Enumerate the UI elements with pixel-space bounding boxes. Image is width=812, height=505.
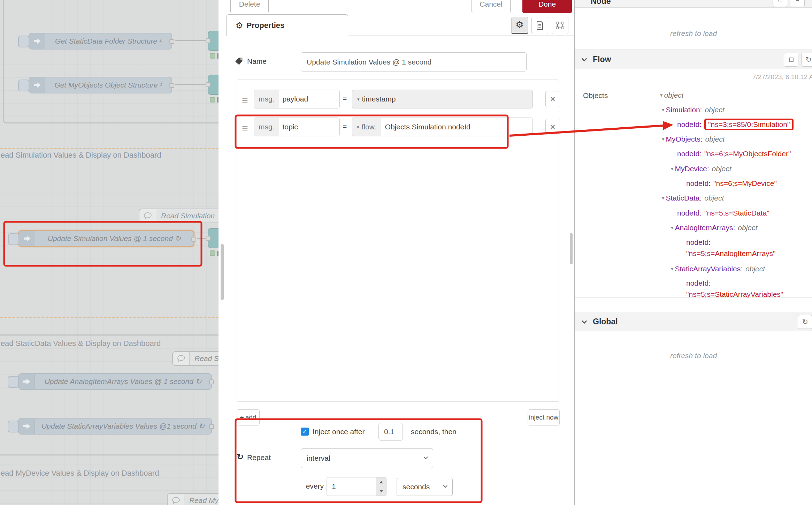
prop-name-input-topic[interactable]: msg. topic xyxy=(254,118,340,136)
inject-trigger-button[interactable] xyxy=(8,421,19,432)
output-port[interactable] xyxy=(209,424,214,429)
interval-unit-select[interactable]: seconds xyxy=(397,478,453,496)
input-port[interactable] xyxy=(206,38,210,43)
tab-properties[interactable]: ⚙ Properties xyxy=(226,14,348,36)
spinner-down-icon[interactable] xyxy=(380,490,383,492)
node-copy-button[interactable] xyxy=(773,0,787,7)
typed-input-flow-context[interactable]: ▾flow. Objects.Simulation.nodeId xyxy=(352,118,533,136)
global-refresh-button[interactable]: ↻ xyxy=(798,315,812,329)
canvas-scrollbar-track[interactable] xyxy=(219,0,226,505)
flow-section-header[interactable]: Flow ↻ xyxy=(575,50,812,69)
expand-triangle-icon[interactable]: ▾ xyxy=(662,107,665,113)
inject-arrow-icon xyxy=(19,374,35,389)
tree-row[interactable]: ▾AnalogItemArrays:object xyxy=(671,223,757,233)
node-refresh-button[interactable]: ↻ xyxy=(790,0,805,7)
node-update-analogitemarrays[interactable]: Update AnalogItemArrays Values @ 1 secon… xyxy=(18,373,212,390)
inject-trigger-button[interactable] xyxy=(8,233,19,245)
canvas-scrollbar-thumb[interactable] xyxy=(221,244,224,300)
comment-bubble-icon xyxy=(173,352,190,365)
comment-read-simulation[interactable]: Read Simulation xyxy=(139,209,230,223)
done-button[interactable]: Done xyxy=(522,0,572,13)
tree-row[interactable]: ▾object xyxy=(660,90,684,100)
delete-button[interactable]: Delete xyxy=(230,0,269,13)
node-description-button[interactable] xyxy=(531,17,548,34)
check-icon: ✓ xyxy=(302,428,307,435)
inject-delay-input[interactable]: 0.1 xyxy=(378,423,403,441)
output-port[interactable] xyxy=(191,237,196,242)
section-divider xyxy=(575,297,812,297)
inject-trigger-button[interactable] xyxy=(18,80,29,91)
prop-name-input-payload[interactable]: msg. payload xyxy=(254,90,340,108)
tree-row[interactable]: ▾Simulation:object xyxy=(662,105,724,115)
remove-row-button[interactable]: × xyxy=(545,91,560,107)
remove-row-button[interactable]: × xyxy=(545,119,560,135)
number-spinner[interactable] xyxy=(376,477,386,496)
node-section-title: Node xyxy=(591,0,611,6)
comment-bubble-icon xyxy=(139,209,156,223)
dialog-scrollbar-thumb[interactable] xyxy=(570,233,573,264)
add-row-button[interactable]: +add xyxy=(237,409,260,425)
node-get-staticdata-structure[interactable]: Get StaticData Folder Structure ¹ xyxy=(29,33,172,50)
tree-row[interactable]: ▾MyDevice:object xyxy=(671,164,731,174)
input-port[interactable] xyxy=(206,236,210,241)
inject-once-checkbox[interactable]: ✓ xyxy=(301,428,309,436)
node-get-myobjects-structure[interactable]: Get MyObjects Object Structure ¹ xyxy=(29,77,172,93)
tree-row[interactable]: ▾StaticData:object xyxy=(662,193,724,203)
tree-row[interactable]: ▾StaticArrayVariables:object xyxy=(671,264,765,274)
node-context-placeholder: refresh to load xyxy=(575,29,812,38)
cancel-button[interactable]: Cancel xyxy=(472,0,511,13)
msg-prefix: msg. xyxy=(254,118,279,136)
input-port[interactable] xyxy=(206,82,210,87)
equals-sign: = xyxy=(343,122,347,131)
output-port[interactable] xyxy=(169,83,174,88)
node-update-simulation[interactable]: Update Simulation Values @ 1 second ↻ xyxy=(18,230,194,247)
tree-row-nodeid-simulation[interactable]: nodeId:"ns=3;s=85/0:Simulation" xyxy=(677,119,794,130)
group-label-mydevice: Read MyDevice Values & Display on Dashbo… xyxy=(0,469,159,478)
gear-icon: ⚙ xyxy=(236,21,243,30)
output-port[interactable] xyxy=(209,379,214,384)
inject-trigger-button[interactable] xyxy=(8,376,19,388)
node-appearance-button[interactable] xyxy=(552,17,568,34)
inject-now-button[interactable]: inject now xyxy=(528,409,560,425)
edit-inject-node-dialog: Delete Cancel Done ⚙ Properties ⚙ Name U… xyxy=(226,0,574,505)
inject-trigger-button[interactable] xyxy=(18,36,29,47)
status-dot xyxy=(210,250,215,256)
flow-copy-button[interactable] xyxy=(784,53,798,67)
tree-row[interactable]: nodeId:"ns=6;s=MyObjectsFolder" xyxy=(677,149,791,159)
expand-triangle-icon[interactable]: ▾ xyxy=(660,92,663,98)
expand-triangle-icon[interactable]: ▾ xyxy=(671,266,674,272)
node-settings-button[interactable]: ⚙ xyxy=(511,17,528,34)
tree-row[interactable]: ▾MyObjects:object xyxy=(662,134,725,144)
spinner-up-icon[interactable] xyxy=(380,481,383,483)
repeat-select[interactable]: interval xyxy=(301,449,433,468)
flow-type-selector[interactable]: ▾flow. xyxy=(352,118,381,136)
node-update-staticarrayvariables[interactable]: Update StaticArrayVariables Values @1 se… xyxy=(18,418,212,435)
inject-arrow-icon xyxy=(29,77,45,93)
name-input[interactable]: Update Simulation Values @ 1 second xyxy=(301,52,527,71)
square-icon xyxy=(789,58,794,62)
group-border xyxy=(0,334,226,336)
node-label: Get MyObjects Object Structure ¹ xyxy=(45,81,171,89)
node-section-header[interactable]: Node ↻ xyxy=(575,0,812,8)
tree-row[interactable]: nodeId:"ns=6;s=MyDevice" xyxy=(686,178,777,189)
output-port[interactable] xyxy=(169,39,174,44)
flow-section-title: Flow xyxy=(593,50,611,69)
gear-icon: ⚙ xyxy=(515,20,523,30)
interval-value-input[interactable]: 1 xyxy=(327,477,386,496)
flow-canvas[interactable]: Get StaticData Folder Structure ¹ Get My… xyxy=(0,0,226,505)
drag-handle-icon[interactable]: ≡ xyxy=(242,95,248,106)
tree-row[interactable]: nodeId: xyxy=(686,237,713,248)
expand-triangle-icon[interactable]: ▾ xyxy=(671,225,674,231)
inject-arrow-icon xyxy=(19,231,35,246)
expand-triangle-icon[interactable]: ▾ xyxy=(671,166,674,172)
tree-row[interactable]: nodeId: xyxy=(686,278,713,288)
flow-refresh-button[interactable]: ↻ xyxy=(801,53,812,67)
wire xyxy=(175,40,208,41)
tree-row[interactable]: nodeId:"ns=5;s=StaticData" xyxy=(677,208,769,218)
expand-triangle-icon[interactable]: ▾ xyxy=(662,195,665,201)
expand-triangle-icon[interactable]: ▾ xyxy=(662,136,665,142)
inject-once-label: Inject once after xyxy=(313,428,365,436)
typed-input-timestamp[interactable]: ▾ timestamp xyxy=(352,90,533,108)
global-section-header[interactable]: Global ↻ xyxy=(575,312,812,331)
drag-handle-icon[interactable]: ≡ xyxy=(242,122,248,134)
